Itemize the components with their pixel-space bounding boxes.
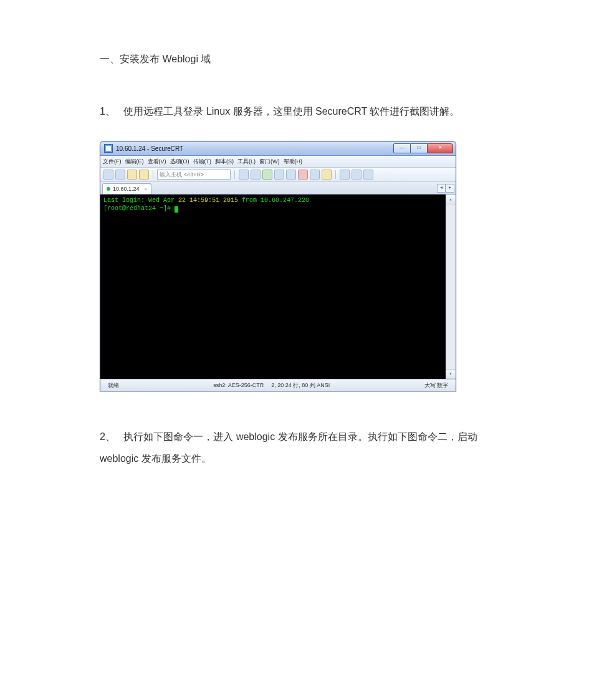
status-ssh: ssh2: AES-256-CTR: [209, 382, 267, 388]
toolbar-separator: [335, 170, 336, 179]
tab-strip: 10.60.1.24 × ◂ ▸: [100, 182, 456, 194]
menu-window[interactable]: 窗口(W): [259, 158, 280, 166]
session-tab[interactable]: 10.60.1.24 ×: [102, 183, 151, 194]
step-2: 2、 执行如下图命令一，进入 weblogic 发布服务所在目录。执行如下图命令…: [100, 426, 489, 469]
connect-icon[interactable]: [115, 170, 125, 180]
connected-indicator-icon: [107, 187, 110, 191]
sftp-icon[interactable]: [310, 170, 320, 180]
terminal-cursor: [175, 206, 178, 213]
tab-close-icon[interactable]: ×: [145, 186, 148, 192]
terminal-text: Last login: Wed Apr: [103, 197, 178, 204]
maximize-button[interactable]: □: [411, 143, 427, 153]
help-icon[interactable]: [340, 170, 350, 180]
tile-icon[interactable]: [352, 170, 362, 180]
menu-view[interactable]: 查看(V): [148, 158, 166, 166]
step-1-number: 1、: [100, 100, 121, 122]
menu-bar[interactable]: 文件(F) 编辑(E) 查看(V) 选项(O) 传输(T) 脚本(S) 工具(L…: [100, 156, 456, 168]
cascade-icon[interactable]: [363, 170, 373, 180]
host-input[interactable]: 输入主机 <Alt+R>: [157, 170, 231, 180]
toolbar-row-1: 输入主机 <Alt+R>: [100, 168, 456, 182]
menu-file[interactable]: 文件(F): [103, 158, 122, 166]
terminal-text: from 10.60.247.220: [238, 197, 309, 204]
minimize-button[interactable]: —: [393, 143, 411, 153]
terminal-line-1: Last login: Wed Apr 22 14:59:51 2015 fro…: [103, 196, 443, 204]
copy-icon[interactable]: [239, 170, 249, 180]
step-2-text: 执行如下图命令一，进入 weblogic 发布服务所在目录。执行如下图命令二，启…: [100, 431, 477, 464]
menu-transfer[interactable]: 传输(T): [193, 158, 212, 166]
toolbar-separator: [153, 170, 153, 179]
tab-scroll-right[interactable]: ▸: [446, 184, 454, 193]
key-icon[interactable]: [322, 170, 332, 180]
scrollbar-up-button[interactable]: ▴: [446, 194, 456, 204]
window-titlebar[interactable]: 10.60.1.24 - SecureCRT — □ ✕: [100, 141, 456, 156]
step-1-text: 使用远程工具登录 Linux 服务器，这里使用 SecureCRT 软件进行截图…: [123, 106, 459, 117]
terminal-text-highlight: 22 14:59:51 2015: [178, 197, 238, 204]
tab-label: 10.60.1.24: [113, 186, 140, 192]
terminal-prompt: [root@redhat24 ~]#: [103, 205, 175, 212]
tab-scroll-left[interactable]: ◂: [437, 184, 446, 193]
step-1: 1、 使用远程工具登录 Linux 服务器，这里使用 SecureCRT 软件进…: [100, 100, 489, 122]
menu-script[interactable]: 脚本(S): [215, 158, 234, 166]
status-position: 2, 20 24 行, 80 列 ANSI: [267, 381, 333, 390]
section-heading: 一、安装发布 Weblogi 域: [100, 53, 489, 66]
toolbar-separator: [234, 170, 235, 179]
window-title: 10.60.1.24 - SecureCRT: [116, 145, 393, 152]
paste-icon[interactable]: [251, 170, 261, 180]
menu-edit[interactable]: 编辑(E): [125, 158, 144, 166]
status-bar: 就绪 ssh2: AES-256-CTR 2, 20 24 行, 80 列 AN…: [100, 379, 456, 391]
scrollbar-down-button[interactable]: ▾: [446, 369, 456, 379]
reconnect-icon[interactable]: [139, 170, 149, 180]
status-ready: 就绪: [104, 381, 123, 390]
app-icon: [104, 144, 113, 153]
close-button[interactable]: ✕: [427, 143, 453, 153]
menu-tools[interactable]: 工具(L): [237, 158, 256, 166]
terminal-area[interactable]: ▴ Last login: Wed Apr 22 14:59:51 2015 f…: [100, 194, 456, 379]
menu-options[interactable]: 选项(O): [170, 158, 189, 166]
step-2-number: 2、: [100, 426, 121, 448]
options-icon[interactable]: [298, 170, 308, 180]
securecrt-window: 10.60.1.24 - SecureCRT — □ ✕ 文件(F) 编辑(E)…: [100, 141, 456, 391]
menu-help[interactable]: 帮助(H): [284, 158, 303, 166]
session-mgr-icon[interactable]: [127, 170, 137, 180]
status-caps-num: 大写 数字: [421, 381, 453, 390]
quickconnect-icon[interactable]: [103, 170, 113, 180]
print-icon[interactable]: [274, 170, 284, 180]
terminal-line-2: [root@redhat24 ~]#: [103, 204, 443, 213]
find-icon[interactable]: [286, 170, 296, 180]
font-icon[interactable]: [262, 170, 272, 180]
